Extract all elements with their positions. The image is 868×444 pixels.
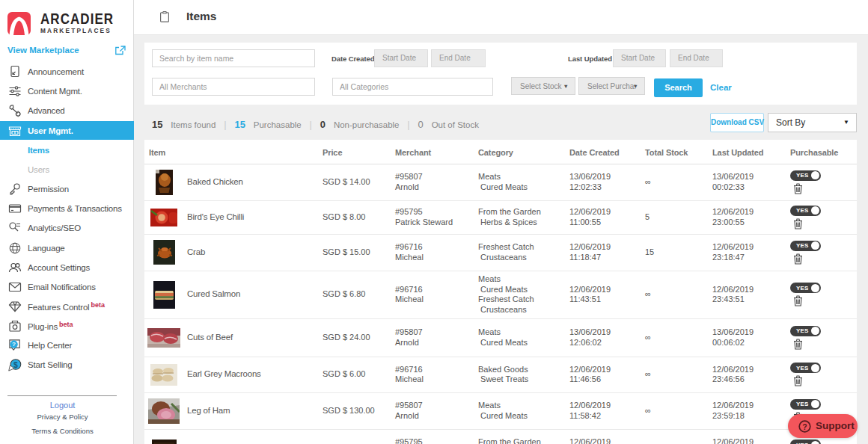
svg-text:?: ? xyxy=(12,341,16,348)
svg-text:?: ? xyxy=(802,422,807,431)
svg-text:$: $ xyxy=(13,361,18,369)
